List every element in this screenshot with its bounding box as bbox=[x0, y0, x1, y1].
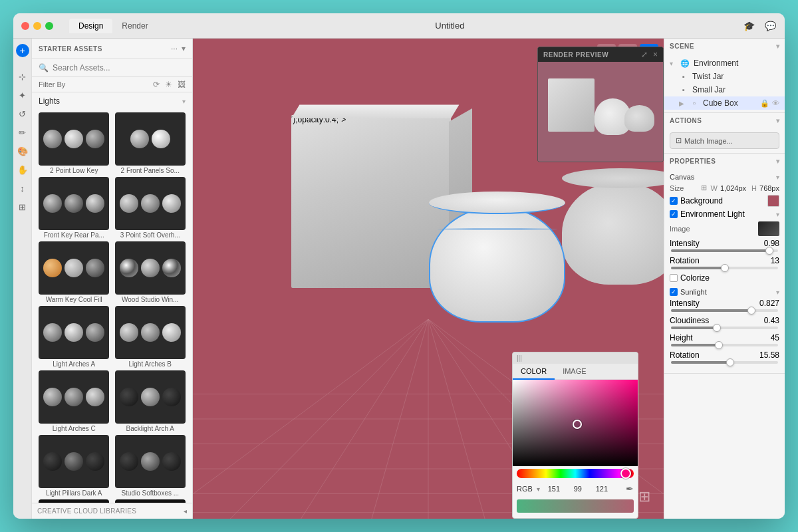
height-value[interactable]: 768px bbox=[759, 184, 779, 192]
intensity-slider-thumb[interactable] bbox=[765, 247, 773, 255]
color-gradient-cursor[interactable] bbox=[573, 420, 582, 429]
maximize-button[interactable] bbox=[45, 22, 53, 30]
scene-item-twist-jar[interactable]: ▪ Twist Jar bbox=[664, 70, 785, 83]
front-jar-body bbox=[429, 206, 565, 323]
section-expand-icon[interactable]: ▾ bbox=[182, 98, 186, 105]
eyedropper-icon[interactable]: ✒ bbox=[626, 483, 634, 494]
scene-item-small-jar[interactable]: ▪ Small Jar bbox=[664, 83, 785, 96]
lock-icon[interactable]: 🔒 bbox=[760, 99, 769, 108]
back-jar-body bbox=[562, 182, 664, 285]
group-tool-icon[interactable]: ⊞ bbox=[15, 200, 30, 214]
rotate-tool-icon[interactable]: ↺ bbox=[15, 106, 30, 121]
tab-render[interactable]: Render bbox=[112, 19, 157, 33]
sunlight-intensity-thumb[interactable] bbox=[747, 307, 755, 315]
height-slider[interactable] bbox=[671, 344, 778, 346]
sunlight-checkbox[interactable]: ✓ bbox=[670, 288, 678, 296]
visibility-icon[interactable]: 👁 bbox=[772, 99, 779, 108]
share-icon[interactable]: 🎓 bbox=[742, 19, 755, 33]
asset-thumbnail bbox=[39, 177, 109, 230]
cloudiness-slider-row: Cloudiness 0.43 bbox=[670, 316, 779, 329]
filter-light-icon[interactable]: ☀ bbox=[165, 80, 172, 89]
close-button[interactable] bbox=[21, 22, 29, 30]
rotation2-thumb[interactable] bbox=[726, 358, 734, 366]
collapse-icon[interactable]: ▾ bbox=[182, 44, 186, 53]
scene-item-cube-box[interactable]: ▶ ▫ Cube Box 🔒 👁 bbox=[664, 96, 785, 110]
tab-design[interactable]: Design bbox=[69, 19, 112, 33]
green-value[interactable]: 99 bbox=[568, 485, 588, 493]
width-value[interactable]: 1,024px bbox=[720, 184, 746, 192]
canvas-expand-icon[interactable]: ▾ bbox=[776, 174, 779, 181]
rotation2-fill bbox=[671, 361, 730, 364]
cloudiness-thumb[interactable] bbox=[713, 324, 721, 332]
width-label: W bbox=[711, 184, 718, 192]
rotation2-slider[interactable] bbox=[671, 361, 778, 364]
color-gradient-area[interactable] bbox=[513, 380, 638, 466]
chat-icon[interactable]: 💬 bbox=[763, 19, 777, 33]
properties-section: PROPERTIES ▾ Canvas ▾ Size ⊞ W bbox=[664, 154, 785, 374]
actions-collapse-icon[interactable]: ▾ bbox=[776, 117, 780, 124]
list-item[interactable]: Studio Softboxes ... bbox=[114, 435, 188, 497]
tab-image[interactable]: IMAGE bbox=[555, 364, 594, 379]
cloudiness-slider[interactable] bbox=[671, 327, 778, 329]
asset-thumbnail bbox=[39, 306, 109, 359]
background-checkbox[interactable]: ✓ bbox=[670, 197, 678, 205]
list-item[interactable]: 2 Point Low Key bbox=[37, 112, 111, 174]
list-item[interactable]: Light Arches C bbox=[37, 370, 111, 432]
actions-section-header: ACTIONS ▾ bbox=[664, 113, 785, 128]
search-input[interactable] bbox=[53, 63, 186, 72]
intensity-slider[interactable] bbox=[671, 249, 778, 252]
image-label: Image bbox=[670, 225, 703, 233]
list-item[interactable]: 3 Point Soft Overh... bbox=[114, 177, 188, 239]
asset-thumbnail bbox=[39, 370, 109, 424]
minimize-button[interactable] bbox=[33, 22, 41, 30]
spectrum-cursor[interactable] bbox=[620, 468, 631, 479]
cube-object: ');opacity:0.4;"> bbox=[291, 115, 451, 288]
select-tool-icon[interactable]: ⊹ bbox=[15, 69, 30, 84]
list-item[interactable]: 2 Front Panels So... bbox=[114, 112, 188, 174]
scene-item-environment[interactable]: ▾ 🌐 Environment bbox=[664, 57, 785, 70]
list-item[interactable]: Front Key Rear Pa... bbox=[37, 177, 111, 239]
filter-label: Filter By bbox=[39, 80, 148, 88]
resize-tool-icon[interactable]: ↕ bbox=[15, 181, 30, 196]
tab-color[interactable]: COLOR bbox=[513, 364, 555, 380]
list-item[interactable]: Warm Key Cool Fill bbox=[37, 241, 111, 303]
rotation-value: 13 bbox=[771, 256, 779, 265]
hand-tool-icon[interactable]: ✋ bbox=[15, 162, 30, 177]
background-color-swatch[interactable] bbox=[767, 195, 779, 207]
more-icon[interactable]: ··· bbox=[171, 44, 178, 53]
image-preview[interactable] bbox=[758, 221, 779, 236]
list-item[interactable]: Light Arches A bbox=[37, 306, 111, 368]
blue-value[interactable]: 121 bbox=[592, 485, 612, 493]
colorize-checkbox[interactable] bbox=[670, 274, 678, 282]
env-light-expand-icon[interactable]: ▾ bbox=[776, 211, 779, 218]
pen-tool-icon[interactable]: ✏ bbox=[15, 125, 30, 140]
scene-collapse-icon[interactable]: ▾ bbox=[776, 43, 780, 50]
properties-collapse-icon[interactable]: ▾ bbox=[776, 158, 780, 165]
rotation-slider-fill bbox=[671, 267, 725, 269]
library-expand-icon[interactable]: ◂ bbox=[184, 507, 187, 515]
move-tool-icon[interactable]: ✦ bbox=[15, 88, 30, 102]
cloudiness-value: 0.43 bbox=[764, 316, 779, 325]
rotation-slider-thumb[interactable] bbox=[721, 264, 729, 272]
rotation-slider[interactable] bbox=[671, 267, 778, 269]
add-button[interactable]: + bbox=[16, 44, 29, 57]
rgb-label[interactable]: RGB bbox=[517, 485, 533, 493]
list-item[interactable]: Light Arches B bbox=[114, 306, 188, 368]
grid-icon[interactable]: ⊞ bbox=[638, 488, 650, 505]
color-spectrum-bar[interactable] bbox=[517, 469, 634, 478]
list-item[interactable]: Light Pillars Dark A bbox=[37, 435, 111, 497]
expand-render-icon[interactable]: ⤢ bbox=[641, 50, 648, 59]
sunlight-intensity-slider[interactable] bbox=[671, 309, 778, 312]
environment-light-checkbox[interactable]: ✓ bbox=[670, 210, 678, 218]
close-render-icon[interactable]: × bbox=[653, 50, 658, 59]
asset-thumbnail bbox=[115, 306, 186, 359]
match-image-button[interactable]: ⊡ Match Image... bbox=[670, 132, 779, 149]
list-item[interactable]: Backlight Arch A bbox=[114, 370, 188, 432]
sunlight-expand-icon[interactable]: ▾ bbox=[776, 289, 779, 296]
list-item[interactable]: Wood Studio Win... bbox=[114, 241, 188, 303]
red-value[interactable]: 151 bbox=[544, 485, 564, 493]
filter-globe-icon[interactable]: ⟳ bbox=[153, 80, 160, 89]
filter-image-icon[interactable]: 🖼 bbox=[178, 80, 186, 89]
color-tool-icon[interactable]: 🎨 bbox=[15, 144, 30, 158]
height-thumb[interactable] bbox=[715, 341, 723, 349]
